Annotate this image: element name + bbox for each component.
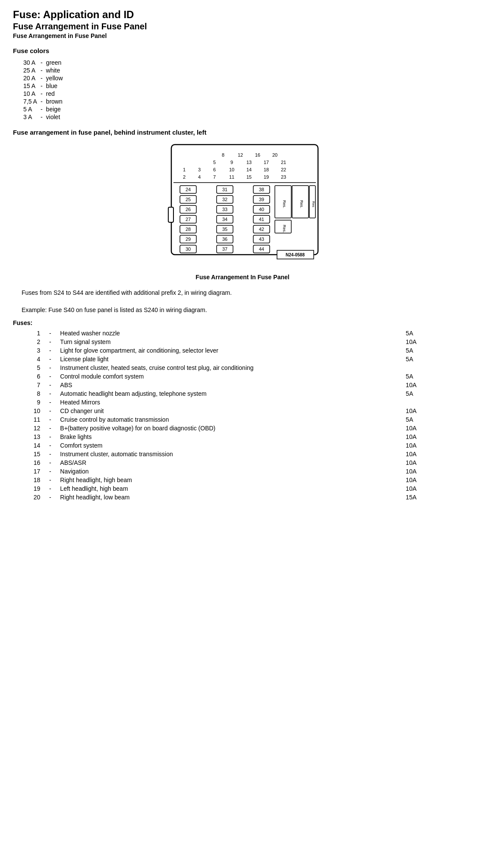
fuse-amperage: 10A [404, 476, 453, 484]
fuse-number: 14 [17, 441, 42, 450]
fuse-color-row: 25 A - white [22, 66, 65, 74]
fuse-color-amp: 5 A [22, 105, 39, 113]
fuse-dash: - [42, 363, 58, 372]
svg-text:15: 15 [246, 174, 252, 180]
svg-rect-77 [168, 207, 173, 222]
fuse-description: Instrument cluster, automatic transmissi… [58, 450, 404, 458]
fuse-row: 17 - Navigation 10A [17, 467, 454, 476]
fuse-number: 13 [17, 432, 42, 441]
svg-text:13: 13 [246, 160, 252, 165]
fuse-color-row: 7,5 A - brown [22, 98, 65, 105]
fuse-row: 8 - Automatic headlight beam adjusting, … [17, 389, 454, 398]
fuse-row: 20 - Right headlight, low beam 15A [17, 493, 454, 502]
fuse-diagram: 8 12 16 20 5 9 13 17 21 1 3 6 10 14 18 2… [150, 140, 335, 271]
fuse-amperage: 15A [404, 493, 453, 502]
fuse-color-name: green [44, 59, 65, 66]
fuse-color-row: 3 A - violet [22, 113, 65, 121]
fuse-number: 8 [17, 389, 42, 398]
fuse-color-name: beige [44, 105, 65, 113]
svg-text:27: 27 [186, 217, 191, 222]
svg-text:24: 24 [186, 187, 191, 192]
fuse-color-amp: 3 A [22, 113, 39, 121]
diagram-section: Fuse arrangement in fuse panel, behind i… [13, 129, 472, 285]
fuse-dash: - [42, 346, 58, 355]
svg-text:3: 3 [198, 167, 201, 172]
fuse-dash: - [42, 381, 58, 389]
fuse-color-amp: 25 A [22, 66, 39, 74]
fuse-dash: - [42, 338, 58, 346]
fuse-color-dash: - [39, 82, 44, 90]
fuse-description: License plate light [58, 355, 404, 363]
fuse-row: 3 - Light for glove compartment, air con… [17, 346, 454, 355]
fuse-description: ABS [58, 381, 404, 389]
fuse-amperage: 5A [404, 372, 453, 381]
svg-text:40: 40 [259, 207, 264, 212]
fuse-dash: - [42, 398, 58, 407]
fuse-color-name: white [44, 66, 65, 74]
fuse-number: 15 [17, 450, 42, 458]
fuse-colors-title: Fuse colors [13, 47, 472, 54]
fuse-dash: - [42, 415, 58, 424]
svg-text:20: 20 [272, 152, 277, 158]
fuse-row: 15 - Instrument cluster, automatic trans… [17, 450, 454, 458]
fuse-description: Cruise control by automatic transmission [58, 415, 404, 424]
fuse-amperage: 10A [404, 432, 453, 441]
fuse-row: 4 - License plate light 5A [17, 355, 454, 363]
fuse-row: 14 - Comfort system 10A [17, 441, 454, 450]
fuse-dash: - [42, 476, 58, 484]
fuse-amperage: 10A [404, 450, 453, 458]
fuse-description: Heated Mirrors [58, 398, 404, 407]
svg-text:8: 8 [222, 152, 224, 158]
fuse-description: Instrument cluster, heated seats, cruise… [58, 363, 404, 372]
fuse-color-dash: - [39, 113, 44, 121]
fuse-amperage: 10A [404, 407, 453, 415]
fuse-row: 18 - Right headlight, high beam 10A [17, 476, 454, 484]
fuse-description: Heated washer nozzle [58, 329, 404, 338]
fuse-description: Turn signal system [58, 338, 404, 346]
svg-text:38: 38 [259, 187, 264, 192]
svg-text:32: 32 [222, 197, 227, 202]
fuse-number: 19 [17, 484, 42, 493]
fuse-row: 5 - Instrument cluster, heated seats, cr… [17, 363, 454, 372]
fuse-row: 16 - ABS/ASR 10A [17, 458, 454, 467]
fuse-number: 7 [17, 381, 42, 389]
diagram-section-title: Fuse arrangement in fuse panel, behind i… [13, 129, 472, 136]
fuse-row: 10 - CD changer unit 10A [17, 407, 454, 415]
fuse-description: Right headlight, high beam [58, 476, 404, 484]
fuse-number: 5 [17, 363, 42, 372]
fuse-colors-section: 30 A - green25 A - white20 A - yellow15 … [22, 59, 472, 121]
fuse-number: 4 [17, 355, 42, 363]
fuse-color-amp: 20 A [22, 74, 39, 82]
fuse-color-name: blue [44, 82, 65, 90]
fuse-color-name: red [44, 90, 65, 98]
fuse-color-dash: - [39, 66, 44, 74]
fuse-number: 2 [17, 338, 42, 346]
svg-text:6: 6 [213, 167, 216, 172]
svg-text:22: 22 [281, 167, 286, 172]
svg-text:12: 12 [238, 152, 243, 158]
diagram-caption: Fuse Arrangement In Fuse Panel [195, 274, 289, 281]
fuse-list-table: 1 - Heated washer nozzle 5A2 - Turn sign… [17, 329, 454, 502]
fuse-dash: - [42, 458, 58, 467]
fuse-colors-table: 30 A - green25 A - white20 A - yellow15 … [22, 59, 65, 121]
fuse-dash: - [42, 407, 58, 415]
info-text-1: Fuses from S24 to S44 are identified wit… [22, 289, 472, 296]
fuse-color-row: 30 A - green [22, 59, 65, 66]
svg-text:29: 29 [186, 237, 191, 242]
svg-text:7: 7 [213, 174, 216, 180]
fuse-color-dash: - [39, 59, 44, 66]
page-title-1: Fuse: Application and ID [13, 9, 472, 21]
fuse-color-dash: - [39, 98, 44, 105]
fuse-amperage: 10A [404, 338, 453, 346]
svg-text:30: 30 [186, 246, 191, 252]
fuse-row: 1 - Heated washer nozzle 5A [17, 329, 454, 338]
svg-text:N24-0588: N24-0588 [286, 253, 305, 257]
svg-text:31: 31 [222, 187, 227, 192]
fuse-dash: - [42, 484, 58, 493]
info-text-2: Example: Fuse S40 on fuse panel is liste… [22, 306, 472, 313]
fuse-color-name: brown [44, 98, 65, 105]
svg-text:23: 23 [281, 174, 286, 180]
fuse-amperage: 10A [404, 441, 453, 450]
fuse-number: 17 [17, 467, 42, 476]
fuse-color-dash: - [39, 74, 44, 82]
